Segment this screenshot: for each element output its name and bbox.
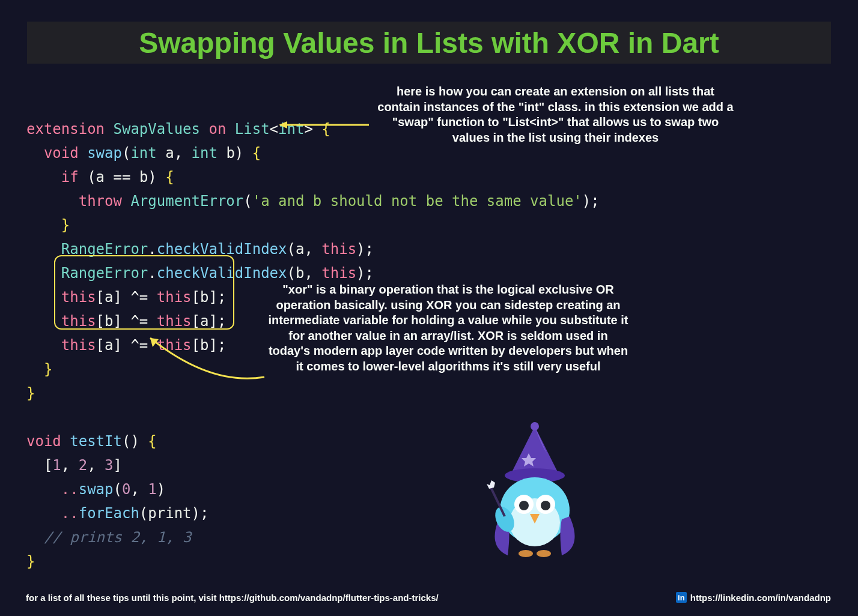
kw-this: this bbox=[157, 289, 192, 306]
semi: ; bbox=[218, 313, 226, 330]
kw-this: this bbox=[61, 337, 96, 354]
angle-open: < bbox=[270, 121, 278, 137]
footer-linkedin-url: https://linkedin.com/in/vandadnp bbox=[690, 593, 831, 603]
num: 1 bbox=[148, 481, 156, 498]
title-bar: Swapping Values in Lists with XOR in Dar… bbox=[27, 22, 831, 64]
paren-open: ( bbox=[87, 169, 96, 186]
paren-close: ) bbox=[148, 169, 156, 186]
paren-open: ( bbox=[287, 265, 296, 282]
linkedin-icon: in bbox=[676, 592, 687, 603]
comment: // prints 2, 1, 3 bbox=[44, 529, 192, 546]
id-a: a bbox=[105, 337, 113, 354]
type-int: int bbox=[192, 145, 218, 162]
op-xor: ^= bbox=[130, 289, 148, 306]
id-b: b bbox=[200, 337, 208, 354]
bracket-open: [ bbox=[192, 289, 200, 306]
kw-this: this bbox=[157, 337, 192, 354]
paren-close: ) bbox=[356, 241, 365, 258]
comma: , bbox=[130, 481, 139, 498]
svg-point-10 bbox=[519, 501, 529, 510]
num: 1 bbox=[52, 457, 61, 474]
id-b: b bbox=[226, 145, 234, 162]
kw-void: void bbox=[44, 145, 79, 162]
cascade: .. bbox=[61, 481, 79, 498]
semi: ; bbox=[200, 505, 208, 522]
paren-open: ( bbox=[122, 433, 130, 450]
paren-open: ( bbox=[114, 481, 122, 498]
bracket-open: [ bbox=[192, 337, 200, 354]
id-b: b bbox=[296, 265, 304, 282]
kw-throw: throw bbox=[79, 193, 122, 210]
type-name: SwapValues bbox=[114, 121, 201, 137]
fn-testit: testIt bbox=[70, 433, 122, 450]
bracket-close: ] bbox=[114, 289, 122, 306]
fn-foreach: forEach bbox=[79, 505, 139, 522]
semi: ; bbox=[365, 265, 374, 282]
semi: ; bbox=[365, 241, 374, 258]
svg-point-11 bbox=[541, 501, 550, 510]
footer-tip-link: for a list of all these tips until this … bbox=[26, 593, 439, 603]
brace-open: { bbox=[165, 169, 174, 186]
brace-close: } bbox=[44, 361, 52, 378]
bracket-close: ] bbox=[208, 337, 217, 354]
paren-close: ) bbox=[582, 193, 591, 210]
bracket-close: ] bbox=[208, 289, 217, 306]
semi: ; bbox=[218, 337, 226, 354]
dot: . bbox=[148, 241, 156, 258]
id-b: b bbox=[139, 169, 148, 186]
angle-close: > bbox=[304, 121, 312, 137]
kw-extension: extension bbox=[26, 121, 105, 137]
bracket-open: [ bbox=[96, 313, 105, 330]
footer-linkedin: in https://linkedin.com/in/vandadnp bbox=[676, 592, 831, 603]
brace-close: } bbox=[26, 553, 35, 570]
type-int: int bbox=[130, 145, 156, 162]
bracket-close: ] bbox=[208, 313, 217, 330]
kw-this: this bbox=[61, 289, 96, 306]
svg-marker-14 bbox=[487, 480, 495, 489]
dot: . bbox=[148, 265, 156, 282]
id-a: a bbox=[296, 241, 304, 258]
bracket-open: [ bbox=[44, 457, 52, 474]
page-title: Swapping Values in Lists with XOR in Dar… bbox=[139, 26, 719, 59]
comma: , bbox=[61, 457, 70, 474]
paren-open: ( bbox=[243, 193, 252, 210]
paren-open: ( bbox=[287, 241, 296, 258]
fn-swap: swap bbox=[79, 481, 114, 498]
id-b: b bbox=[105, 313, 113, 330]
string-literal: 'a and b should not be the same value' bbox=[252, 193, 582, 210]
brace-close: } bbox=[26, 385, 35, 402]
mascot-owl-wizard-icon bbox=[475, 420, 595, 564]
num: 0 bbox=[122, 481, 130, 498]
bracket-close: ] bbox=[114, 457, 122, 474]
id-a: a bbox=[96, 169, 105, 186]
kw-this: this bbox=[157, 313, 192, 330]
annotation-extension: here is how you can create an extension … bbox=[377, 84, 734, 145]
type-int: int bbox=[278, 121, 304, 137]
paren-open: ( bbox=[139, 505, 148, 522]
brace-open: { bbox=[321, 121, 330, 137]
num: 2 bbox=[79, 457, 87, 474]
paren-close: ) bbox=[235, 145, 243, 162]
op-xor: ^= bbox=[130, 337, 148, 354]
comma: , bbox=[304, 265, 312, 282]
type-rangeerror: RangeError bbox=[61, 241, 148, 258]
kw-on: on bbox=[208, 121, 226, 137]
fn-checkvalidindex: checkValidIndex bbox=[157, 265, 287, 282]
num: 3 bbox=[105, 457, 113, 474]
id-print: print bbox=[148, 505, 191, 522]
paren-close: ) bbox=[157, 481, 165, 498]
comma: , bbox=[304, 241, 312, 258]
op-eq: == bbox=[114, 169, 131, 186]
bracket-close: ] bbox=[114, 337, 122, 354]
id-b: b bbox=[200, 289, 208, 306]
semi: ; bbox=[218, 289, 226, 306]
kw-this: this bbox=[61, 313, 96, 330]
comma: , bbox=[174, 145, 183, 162]
bracket-open: [ bbox=[192, 313, 200, 330]
fn-checkvalidindex: checkValidIndex bbox=[157, 241, 287, 258]
brace-open: { bbox=[252, 145, 261, 162]
fn-swap: swap bbox=[87, 145, 122, 162]
paren-open: ( bbox=[122, 145, 130, 162]
semi: ; bbox=[591, 193, 599, 210]
type-argumenterror: ArgumentError bbox=[130, 193, 243, 210]
